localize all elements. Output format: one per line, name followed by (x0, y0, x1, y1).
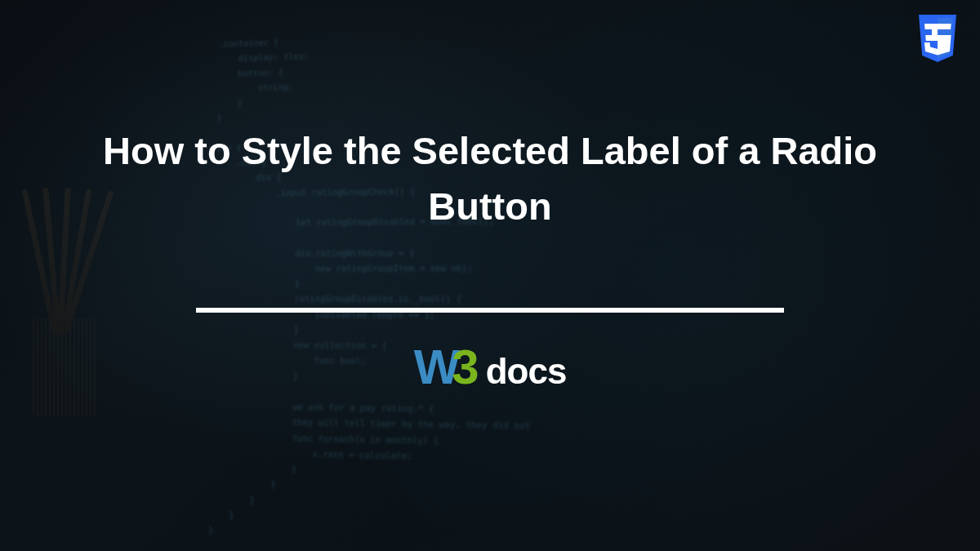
content-container: How to Style the Selected Label of a Rad… (0, 0, 980, 551)
logo-letter-w: W (414, 339, 457, 395)
w3docs-logo: W 3 docs (414, 339, 567, 395)
logo-text-docs: docs (486, 351, 567, 392)
title-divider (196, 308, 784, 313)
page-title: How to Style the Selected Label of a Rad… (41, 123, 939, 234)
css3-icon (915, 15, 960, 67)
logo-number-3: 3 (452, 339, 479, 395)
